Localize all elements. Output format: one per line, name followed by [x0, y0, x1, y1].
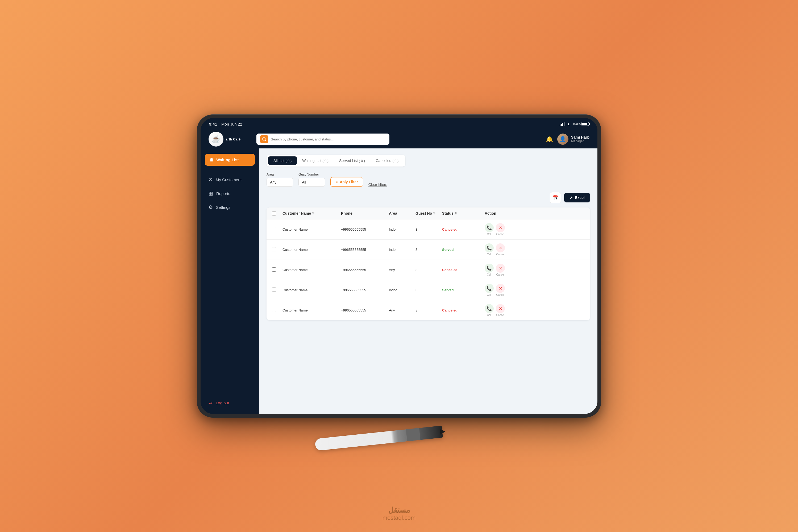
th-guest-no: Guest No ⇅ [416, 211, 442, 215]
table-header: Customer Name ⇅ Phone Area Guest No [267, 208, 590, 220]
call-button-1[interactable]: 📞 [484, 243, 494, 252]
calendar-button[interactable]: 📅 [550, 192, 561, 203]
row-status: Canceled [442, 308, 484, 312]
area-filter-select[interactable]: Any Indor Outdoor [267, 178, 293, 187]
sidebar-label-reports: Reports [216, 191, 230, 196]
call-phone-icon: 📞 [487, 225, 492, 230]
row-checkbox-3[interactable] [272, 288, 276, 292]
th-guest-no-label: Guest No [416, 211, 432, 215]
user-role: Manager [571, 139, 589, 143]
status-time: 9:41 [209, 122, 217, 126]
call-phone-icon: 📞 [487, 286, 492, 291]
row-phone: +996555555555 [341, 227, 389, 231]
cancel-action-wrap: ✕ Cancel [496, 284, 505, 296]
stylus-pencil [315, 425, 443, 451]
cancel-x-icon: ✕ [499, 286, 502, 291]
guest-filter-select[interactable]: All 1 2 3 4 5+ [299, 178, 325, 187]
call-action-wrap: 📞 Call [484, 223, 494, 236]
top-nav: ☕ arth Café 🔔 [201, 130, 597, 148]
search-bar[interactable] [256, 134, 390, 145]
row-checkbox-cell [272, 308, 283, 313]
row-guest-no: 3 [416, 288, 442, 292]
data-table: Customer Name ⇅ Phone Area Guest No [267, 208, 590, 320]
call-label: Call [487, 233, 491, 236]
row-checkbox-2[interactable] [272, 267, 276, 271]
row-area: Any [389, 268, 416, 272]
row-phone: +996555555555 [341, 288, 389, 292]
reports-icon: ▦ [209, 190, 213, 196]
table-row: Customer Name +996555555555 Any 3 Cancel… [267, 300, 590, 320]
content-area: All List ( 0 ) Waiting List ( 0 ) Served… [259, 148, 597, 414]
row-guest-no: 3 [416, 227, 442, 231]
cancel-button-3[interactable]: ✕ [496, 284, 505, 293]
excel-button[interactable]: ↗ Excel [564, 193, 590, 203]
waiting-list-button[interactable]: 🗑 Waiting List [205, 154, 255, 166]
sidebar-item-settings[interactable]: ⚙ Settings [205, 201, 255, 214]
battery-container: 100% [572, 122, 589, 126]
filter-icon: ≡ [336, 180, 338, 184]
apply-filter-button[interactable]: ≡ Aply Filter [330, 177, 363, 187]
cancel-button-4[interactable]: ✕ [496, 304, 505, 313]
call-label: Call [487, 253, 491, 256]
row-area: Indor [389, 227, 416, 231]
th-status-label: Status [442, 211, 454, 215]
row-checkbox-1[interactable] [272, 247, 276, 251]
row-actions: 📞 Call ✕ Cancel [484, 223, 522, 236]
tab-all[interactable]: All List ( 0 ) [268, 156, 297, 165]
call-button-3[interactable]: 📞 [484, 284, 494, 293]
call-button-0[interactable]: 📞 [484, 223, 494, 232]
waiting-list-label: Waiting List [216, 157, 239, 162]
tab-served[interactable]: Served List ( 0 ) [334, 156, 370, 165]
watermark-latin: mostaql.com [382, 514, 416, 521]
select-all-checkbox[interactable] [272, 211, 276, 215]
tab-canceled[interactable]: Canceled ( 0 ) [370, 156, 404, 165]
call-button-2[interactable]: 📞 [484, 264, 494, 273]
area-filter-group: Area Any Indor Outdoor [267, 172, 293, 187]
tabs-row: All List ( 0 ) Waiting List ( 0 ) Served… [267, 155, 405, 167]
sidebar-item-reports[interactable]: ▦ Reports [205, 187, 255, 200]
tab-served-count: ( 0 ) [359, 159, 365, 163]
notification-bell-icon[interactable]: 🔔 [546, 136, 553, 142]
th-area-label: Area [389, 211, 397, 215]
user-info: Sami Harb Manager [571, 135, 589, 143]
logout-button[interactable]: ⮐ Log out [205, 397, 255, 408]
user-profile[interactable]: 👤 Sami Harb Manager [557, 134, 589, 145]
th-action: Action [484, 211, 522, 215]
row-checkbox-4[interactable] [272, 308, 276, 312]
row-guest-no: 3 [416, 268, 442, 272]
guest-filter-group: Gust Number All 1 2 3 4 5+ [299, 172, 325, 187]
logo-text-block: arth Café [226, 137, 241, 141]
sort-status-icon[interactable]: ⇅ [455, 212, 457, 215]
logo-area: ☕ arth Café [209, 132, 251, 147]
sidebar-item-my-customers[interactable]: ⊙ My Customers [205, 173, 255, 186]
cancel-button-0[interactable]: ✕ [496, 223, 505, 232]
cancel-button-1[interactable]: ✕ [496, 243, 505, 252]
search-input[interactable] [271, 137, 386, 141]
row-phone: +996555555555 [341, 248, 389, 252]
tab-waiting-count: ( 0 ) [322, 159, 328, 163]
tab-waiting[interactable]: Waiting List ( 0 ) [297, 156, 334, 165]
sort-guest-icon[interactable]: ⇅ [433, 212, 435, 215]
row-checkbox-cell [272, 267, 283, 273]
call-label: Call [487, 314, 491, 317]
row-phone: +996555555555 [341, 268, 389, 272]
cancel-button-2[interactable]: ✕ [496, 264, 505, 273]
clear-filters-button[interactable]: Clear filters [368, 183, 387, 187]
th-checkbox [272, 211, 283, 215]
call-button-4[interactable]: 📞 [484, 304, 494, 313]
pencil-tip [440, 429, 446, 434]
call-phone-icon: 📞 [487, 306, 492, 311]
row-customer-name: Customer Name [283, 308, 341, 312]
row-checkbox-0[interactable] [272, 227, 276, 231]
th-phone-label: Phone [341, 211, 353, 215]
wifi-icon: ▲ [567, 122, 570, 126]
sidebar-label-my-customers: My Customers [216, 177, 242, 182]
sort-customer-icon[interactable]: ⇅ [312, 212, 315, 215]
row-status: Canceled [442, 268, 484, 272]
signal-bar-4 [564, 122, 565, 126]
row-actions: 📞 Call ✕ Cancel [484, 243, 522, 256]
call-label: Call [487, 293, 491, 296]
excel-label: Excel [575, 195, 585, 200]
filter-row: Area Any Indor Outdoor Gust Number All [267, 172, 590, 187]
guest-filter-label: Gust Number [299, 172, 325, 176]
